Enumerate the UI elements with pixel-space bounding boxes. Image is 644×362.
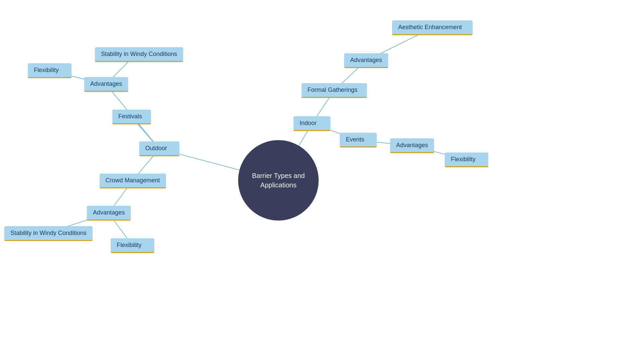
node-indoor-adv: Advantages: [344, 53, 388, 68]
node-indoor: Indoor: [293, 116, 330, 131]
node-outdoor-crowd: Crowd Management: [100, 174, 166, 188]
node-indoor-events: Events: [340, 133, 377, 147]
node-events-adv: Advantages: [390, 138, 434, 153]
node-crowd-adv: Advantages: [87, 206, 131, 221]
center-node: Barrier Types and Applications: [238, 140, 319, 221]
node-crowd-adv-flex: Flexibility: [111, 238, 154, 253]
node-indoor-formal: Formal Gatherings: [302, 83, 367, 98]
node-events-adv-flex: Flexibility: [445, 153, 488, 167]
node-outdoor-fest: Festivals: [112, 110, 151, 124]
center-label: Barrier Types and Applications: [245, 171, 312, 190]
node-adv-stability1: Stability in Windy Conditions: [95, 47, 183, 62]
node-adv-flex1: Flexibility: [28, 63, 71, 78]
node-crowd-adv-stab: Stability in Windy Conditions: [4, 226, 93, 241]
node-outdoor: Outdoor: [139, 141, 179, 156]
node-outdoor-adv: Advantages: [84, 77, 128, 92]
node-indoor-adv-aes: Aesthetic Enhancement: [392, 20, 473, 35]
